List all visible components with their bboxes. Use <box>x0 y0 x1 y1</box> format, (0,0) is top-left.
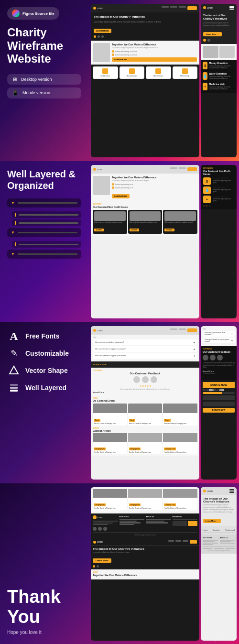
wf-learn-more: LEARN MORE <box>94 29 111 33</box>
feature-fonts: A Free Fonts <box>7 329 81 343</box>
fonts-icon: A <box>7 329 21 343</box>
footer-page-2-preview: LOGO The Impact of Our Charity's Initiat… <box>91 539 199 569</box>
money-icon <box>129 68 135 74</box>
mobile-dot-1 <box>203 39 206 42</box>
footer-email-input[interactable] <box>173 521 187 526</box>
together-sub-2: consectetur adipiscing elit sed do eiusm… <box>112 180 197 182</box>
footer-col-l-2: About us <box>220 536 235 545</box>
nav-logo-light: LOGO <box>93 168 103 171</box>
footer-email-btn[interactable] <box>188 521 197 526</box>
faq-label: FAQ <box>93 337 197 338</box>
mobile-logo-circle <box>203 6 206 9</box>
testimonial-role: Professional Singer <box>203 372 235 374</box>
mobile-dots <box>203 39 234 42</box>
mobile-cause-desc-2: consectetur adipiscing lorem ipsum <box>213 189 234 193</box>
mf-hero-title: The Impact of Our Charity's Initiatives <box>203 497 234 503</box>
p2-nav-btn <box>190 540 197 544</box>
mobile-faq-2: How can I donate to support your cause? … <box>203 338 235 343</box>
faq-item-3: How can I partner to support your cause?… <box>93 353 197 359</box>
donate-submit-btn[interactable]: DONATE NOW <box>203 408 235 413</box>
figma-label: Figma Source file <box>22 11 54 16</box>
donate-cta-text: DONATE NOW <box>212 409 225 411</box>
mf-h-1 <box>229 489 234 490</box>
mm-text-1: Home <box>203 529 208 531</box>
nav-line-2 <box>170 6 177 8</box>
mobile-faq-1: How can I get involved as a volunteer? + <box>203 331 235 337</box>
footer-logo-text: LOGO <box>98 516 103 519</box>
event-text-2: How Our Charity is Changing Lives <box>129 423 162 425</box>
footer-event-img-1 <box>93 489 127 498</box>
wf-featured-section: NON PROFIT Our Featured Non Profit Cause… <box>91 201 199 236</box>
desktop-option: 🖥 Desktop version <box>7 74 81 85</box>
mm-text-3: Testimonial <box>225 529 235 531</box>
cause-btn-3: DONATE <box>164 229 174 231</box>
feedback-text: Lorem ipsum dolor sit amet consectetur a… <box>93 388 197 390</box>
faq-plus-1: + <box>193 341 195 344</box>
footer-event-p-1: Changing Lives How Our Charity is Changi… <box>93 489 127 510</box>
mobile-wireframe-2: Our Causes Our Featured Non Profit Cause… <box>201 165 237 318</box>
right-panel-layered: LOGO Together We Can Make a Difference c… <box>88 161 239 322</box>
event-text-1: How Our Charity is Changing Lives <box>94 423 126 425</box>
mf-logo-c <box>203 490 206 492</box>
together-img-2 <box>93 176 110 195</box>
footer-nav-title-1: Non Profit <box>120 515 145 518</box>
avatar-2 <box>142 376 149 383</box>
cause-img-1 <box>94 211 126 221</box>
footer-event-info-1: Changing Lives How Our Charity is Changi… <box>93 498 127 510</box>
footer-line-3 <box>93 524 108 525</box>
footer-event-tag-1: Changing Lives <box>94 503 106 506</box>
fc-l-1-2 <box>203 541 215 542</box>
check-text-l-2: Lorem ipsum thing to do <box>115 187 133 189</box>
vector-icon <box>7 364 21 377</box>
money-label: Money Donation <box>121 75 143 77</box>
fc-l-2-3 <box>220 543 235 544</box>
footer-b-nav-3 <box>225 548 235 549</box>
layer-main-3: ▼ <box>7 250 81 259</box>
star-r-1: ★ <box>140 384 141 387</box>
donate-phone-input[interactable] <box>203 402 235 406</box>
mobile-faq-text-1: How can I get involved as a volunteer? <box>205 332 231 336</box>
check-icon-2 <box>112 54 114 56</box>
t-nav-arrows: ← → <box>203 375 235 378</box>
mobile-wireframe-3: FAQ How can I get involved as a voluntee… <box>201 326 237 480</box>
footer-event-p-3: Changing Lives How Our Charity is Changi… <box>163 489 197 510</box>
fc-l-1-3 <box>203 543 218 544</box>
layer-arrow-2: ▼ <box>11 230 15 235</box>
money-donation-item: $ Money Donation consectetur adipiscing … <box>203 62 235 70</box>
footer-nav-light: Non Profit About us <box>201 535 237 554</box>
footer-line-2 <box>93 523 113 524</box>
t-arrow-left: ← <box>203 375 206 378</box>
donation-food: Food Donation <box>93 66 118 79</box>
footer-logo-circle <box>93 515 97 519</box>
event-img-3 <box>163 404 197 413</box>
svg-rect-2 <box>10 387 18 389</box>
t-avatar-1 <box>203 355 208 360</box>
feedback-label: Testimonial <box>93 370 197 371</box>
footer-nav-light-inner: Non Profit About us <box>203 536 235 545</box>
event-info-1: Event How Our Charity is Changing Lives <box>93 413 127 426</box>
social-icon-3 <box>103 527 107 531</box>
cause-btn-1: DONATE <box>94 229 104 231</box>
mobile-footer-top: LOGO The Impact of Our Charity's Initiat… <box>201 487 237 554</box>
check-icon-1 <box>112 50 114 53</box>
wf-together-img <box>93 43 110 62</box>
mobile-menu-light: Home Donation Testimonial <box>201 526 237 535</box>
footer-event-text-3: How Our Charity is Changing Lives <box>164 507 196 509</box>
article-row: Changing Lives How Our Charity is Changi… <box>93 433 197 454</box>
our-causes-title: Our Featured Non Profit Cause <box>203 170 234 175</box>
mf-hero-btn: Learn More → <box>203 519 221 523</box>
footer-nav-title-2: About us <box>146 515 171 518</box>
footer-nav-col-1: Non Profit <box>120 515 145 531</box>
article-title: Lastest Article <box>93 429 197 432</box>
wf-faq-section: FAQ How can I get involved as a voluntee… <box>91 335 199 361</box>
mobile-cause-icon-2: 💧 <box>203 186 211 194</box>
water-label: Water Donation <box>148 75 169 77</box>
wf-together-content: Together We Can Make a Difference consec… <box>112 43 197 62</box>
check-item-l-2: Lorem ipsum thing to do <box>112 186 197 189</box>
donate-raised: Raised: ████ | Goal: ████ <box>203 389 235 391</box>
social-icon-2 <box>98 527 102 531</box>
logo-text: LOGO <box>98 7 103 10</box>
donate-name-input[interactable] <box>203 395 235 400</box>
footer-nav-col-2: About us <box>146 515 171 531</box>
mobile-cause-icon-1: $ <box>203 177 211 185</box>
